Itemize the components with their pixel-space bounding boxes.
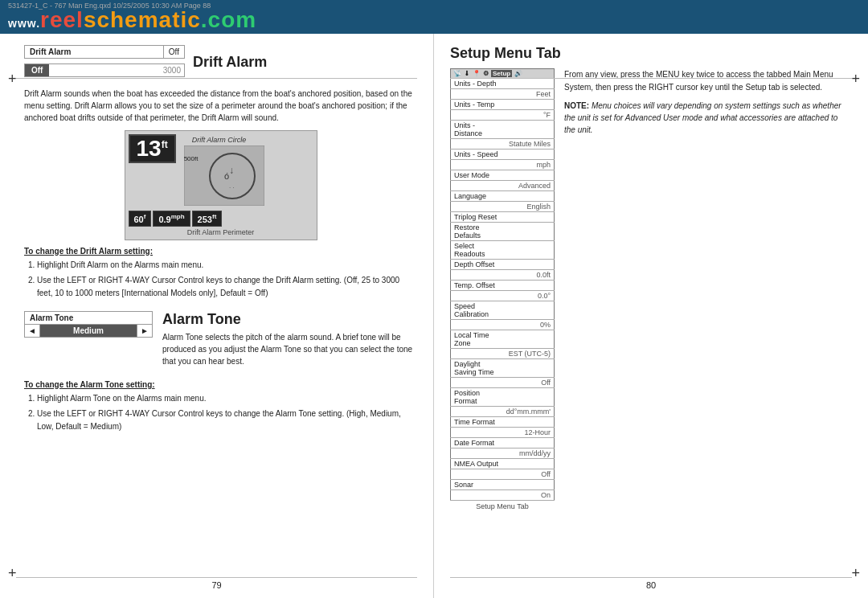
alarm-tone-section: Alarm Tone ◄ Medium ► Alarm Tone Alarm T…: [24, 311, 417, 374]
drift-alarm-instruction-title: To change the Drift Alarm setting:: [24, 247, 417, 256]
drift-instruction-2: Use the LEFT or RIGHT 4-WAY Cursor Contr…: [37, 274, 417, 300]
menu-row-pos-format-val: dd°mm.mmm': [451, 407, 555, 417]
menu-header-row: 📡🌡📍⚙Setup🔊: [451, 69, 555, 79]
separator-bottom-left: [16, 577, 417, 578]
menu-row-restore: Restore Defaults: [451, 223, 555, 241]
page-left: + + Drift Alarm Off Off 3000 Drift Alarm…: [0, 34, 434, 598]
logo-com: .com: [201, 7, 256, 32]
drift-display: 13ft Drift Alarm Circle 500ft ↓ ó . .: [125, 130, 317, 240]
menu-row-units-temp: Units - Temp: [451, 100, 555, 110]
separator-top-right: [450, 78, 852, 79]
alarm-tone-instruction-2: Use the LEFT or RIGHT 4-WAY Cursor Contr…: [37, 408, 417, 433]
setup-body-col: From any view, press the MENU key twice …: [564, 68, 844, 510]
logo-www: www.: [8, 17, 40, 30]
cross-top-right: +: [851, 71, 860, 88]
menu-row-temp-val: °F: [451, 110, 555, 121]
drift-stat-depth: 60f: [129, 211, 152, 227]
menu-row-temp-offset: Temp. Offset: [451, 281, 555, 291]
menu-row-units-dist: Units - Distance: [451, 121, 555, 139]
drift-display-top: 13ft Drift Alarm Circle 500ft ↓ ó . .: [129, 134, 313, 207]
drift-alarm-instructions: Highlight Drift Alarm on the Alarms main…: [24, 259, 417, 300]
menu-label-units-depth: Units - Depth: [451, 79, 503, 89]
menu-row-feet: Feet: [451, 89, 555, 100]
menu-row-speed-cal: Speed Calibration: [451, 301, 555, 320]
drift-alarm-title: Drift Alarm: [193, 54, 267, 71]
separator-bottom-right: [450, 577, 852, 578]
file-info: 531427-1_C - 767 Man Eng.qxd 10/25/2005 …: [8, 2, 211, 10]
top-banner: 531427-1_C - 767 Man Eng.qxd 10/25/2005 …: [0, 0, 868, 34]
drift-stat-dist: 253ft: [192, 211, 223, 227]
drift-alarm-off-btn[interactable]: Off: [25, 64, 49, 76]
menu-row-speed-val: mph: [451, 160, 555, 170]
alarm-tone-title: Alarm Tone: [162, 311, 417, 328]
scon-label: 500ft: [184, 155, 199, 162]
setup-menu-image: 📡🌡📍⚙Setup🔊 Units - Depth Feet Units - Te…: [450, 68, 555, 510]
drift-circle-container: 500ft ↓ ó . .: [184, 145, 264, 207]
alarm-tone-widget: Alarm Tone ◄ Medium ►: [24, 311, 153, 338]
content-area: + + Drift Alarm Off Off 3000 Drift Alarm…: [0, 34, 868, 598]
drift-alarm-widget: Drift Alarm Off: [24, 45, 185, 59]
drift-instruction-1: Highlight Drift Alarm on the Alarms main…: [37, 259, 417, 272]
alarm-tone-ctrl: ◄ Medium ►: [24, 325, 153, 338]
svg-text:ó: ó: [224, 171, 229, 181]
menu-row-units-depth: Units - Depth: [451, 79, 555, 89]
alarm-tone-content: Alarm Tone Alarm Tone selects the pitch …: [162, 311, 417, 374]
menu-row-time-format: Time Format: [451, 417, 555, 428]
alarm-tone-label: Alarm Tone: [25, 312, 78, 324]
menu-row-temp-offset-val: 0.0°: [451, 291, 555, 301]
cross-bottom-left: +: [8, 565, 17, 582]
menu-row-user-mode-val: Advanced: [451, 181, 555, 191]
logo-schematic: schematic: [84, 7, 201, 32]
menu-header-cell: 📡🌡📍⚙Setup🔊: [451, 69, 555, 79]
drift-alarm-row2: Off 3000: [24, 63, 185, 77]
drift-alarm-off: Off: [163, 46, 184, 58]
page-number-left: 79: [211, 580, 221, 590]
menu-row-dist-val: Statute Miles: [451, 139, 555, 150]
alarm-tone-instruction-1: Highlight Alarm Tone on the Alarms main …: [37, 392, 417, 405]
menu-row-sonar: Sonar: [451, 480, 555, 490]
drift-alarm-label: Drift Alarm: [25, 46, 163, 58]
menu-row-readouts: Select Readouts: [451, 241, 555, 260]
menu-row-depth-offset-val: 0.0ft: [451, 270, 555, 281]
drift-alarm-body: Drift Alarm sounds when the boat has exc…: [24, 88, 417, 124]
alarm-tone-instruction-title: To change the Alarm Tone setting:: [24, 380, 417, 389]
menu-row-sonar-val: On: [451, 490, 555, 501]
menu-row-nmea: NMEA Output: [451, 459, 555, 469]
menu-row-nmea-val: Off: [451, 469, 555, 480]
setup-content-row: 📡🌡📍⚙Setup🔊 Units - Depth Feet Units - Te…: [450, 68, 844, 510]
setup-note-label: NOTE:: [564, 101, 589, 110]
drift-perimeter-label: Drift Alarm Perimeter: [129, 228, 313, 236]
alarm-tone-arrow-left[interactable]: ◄: [25, 325, 40, 337]
alarm-tone-arrow-right[interactable]: ►: [137, 325, 152, 337]
menu-row-dst: Daylight Saving Time: [451, 359, 555, 378]
menu-row-pos-format: Position Format: [451, 388, 555, 407]
separator-top: [16, 78, 417, 79]
cross-bottom-right: +: [851, 565, 860, 582]
setup-img-label: Setup Menu Tab: [450, 502, 555, 510]
menu-row-units-speed: Units - Speed: [451, 150, 555, 160]
setup-title: Setup Menu Tab: [450, 45, 844, 62]
alarm-tone-label-row: Alarm Tone: [24, 311, 153, 325]
drift-stat-speed: 0.9mph: [153, 211, 190, 227]
drift-alarm-value: 3000: [49, 66, 184, 75]
menu-row-language-val: English: [451, 202, 555, 212]
menu-row-user-mode: User Mode: [451, 170, 555, 181]
menu-row-language: Language: [451, 191, 555, 202]
drift-number-col: 13ft: [129, 134, 176, 163]
menu-row-date-format-val: mm/dd/yy: [451, 448, 555, 459]
menu-row-depth-offset: Depth Offset: [451, 260, 555, 270]
menu-row-speed-cal-val: 0%: [451, 320, 555, 330]
menu-row-triplog: Triplog Reset: [451, 212, 555, 223]
svg-text:↓: ↓: [229, 165, 234, 176]
menu-row-date-format: Date Format: [451, 438, 555, 448]
alarm-tone-value: Medium: [40, 325, 137, 337]
menu-row-time-format-val: 12-Hour: [451, 428, 555, 438]
page-right: + + Setup Menu Tab 📡🌡📍⚙Setup🔊 Units - De…: [434, 34, 868, 598]
setup-menu-table: 📡🌡📍⚙Setup🔊 Units - Depth Feet Units - Te…: [450, 68, 555, 501]
logo-reel: reel: [40, 7, 84, 32]
alarm-tone-instructions: Highlight Alarm Tone on the Alarms main …: [24, 392, 417, 433]
page-number-right: 80: [646, 580, 656, 590]
alarm-tone-body: Alarm Tone selects the pitch of the alar…: [162, 331, 417, 367]
logo: www.reelschematic.com: [8, 7, 256, 33]
svg-text:. .: . .: [229, 182, 235, 190]
